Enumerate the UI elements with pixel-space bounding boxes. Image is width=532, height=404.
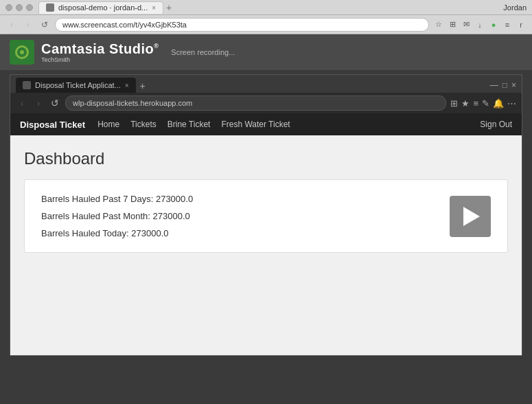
os-download-icon[interactable]: ↓ bbox=[474, 19, 485, 30]
camtasia-title: Camtasia Studio® bbox=[41, 42, 159, 56]
dashboard-stats: Barrels Hauled Past 7 Days: 273000.0 Bar… bbox=[41, 194, 422, 238]
browser-menu-icon[interactable]: ≡ bbox=[473, 98, 478, 109]
camtasia-logo bbox=[10, 40, 34, 65]
os-window-dots bbox=[5, 4, 33, 11]
os-tab-close-btn[interactable]: × bbox=[152, 4, 156, 12]
browser-more-icon[interactable]: ⋯ bbox=[507, 98, 516, 109]
browser-tab-favicon bbox=[23, 81, 31, 89]
os-url-text: www.screencast.com/t/yv4xGjbK53ta bbox=[62, 21, 187, 29]
browser-url-text: wlp-disposal-tickets.herokuapp.com bbox=[73, 99, 192, 107]
os-menu-icon[interactable]: ≡ bbox=[502, 19, 513, 30]
camtasia-subtitle: TechSmith bbox=[41, 56, 159, 63]
barrels-month-label: Barrels Hauled Past Month: bbox=[41, 211, 150, 221]
os-tab-favicon bbox=[46, 3, 54, 12]
browser-tab-close-btn[interactable]: × bbox=[125, 82, 129, 89]
os-mail-icon[interactable]: ✉ bbox=[461, 19, 472, 30]
os-dot-1 bbox=[5, 4, 12, 11]
camtasia-logo-dot bbox=[20, 50, 24, 54]
os-user-label: Jordan bbox=[503, 3, 527, 12]
play-triangle-icon bbox=[463, 207, 480, 226]
browser-bell-icon[interactable]: 🔔 bbox=[493, 98, 504, 109]
os-r-icon[interactable]: r bbox=[516, 19, 527, 30]
camtasia-text-block: Camtasia Studio® TechSmith bbox=[41, 42, 159, 63]
camtasia-recording-label: Screen recording... bbox=[171, 48, 235, 56]
browser-refresh-btn[interactable]: ↺ bbox=[49, 98, 61, 109]
play-button[interactable] bbox=[450, 196, 491, 237]
browser-forward-btn[interactable]: › bbox=[32, 98, 45, 109]
os-grid-icon[interactable]: ⊞ bbox=[447, 19, 458, 30]
barrels-month-value: 273000.0 bbox=[153, 211, 190, 221]
browser-address-bar: ‹ › ↺ wlp-disposal-tickets.herokuapp.com… bbox=[10, 93, 522, 113]
barrels-today-label: Barrels Hauled Today: bbox=[41, 228, 129, 238]
barrels-month-row: Barrels Hauled Past Month: 273000.0 bbox=[41, 211, 422, 221]
os-new-tab-btn[interactable]: + bbox=[166, 2, 172, 13]
app-brand-label: Disposal Ticket bbox=[20, 120, 85, 130]
browser-url-field[interactable]: wlp-disposal-tickets.herokuapp.com bbox=[65, 96, 446, 111]
browser-window-controls: — □ × bbox=[490, 80, 516, 93]
os-address-bar-row: ‹ › ↺ www.screencast.com/t/yv4xGjbK53ta … bbox=[0, 15, 532, 34]
barrels-today-value: 273000.0 bbox=[131, 228, 168, 238]
nav-brine-ticket[interactable]: Brine Ticket bbox=[167, 118, 211, 131]
browser-edit-icon[interactable]: ✎ bbox=[482, 98, 489, 109]
os-star-icon[interactable]: ☆ bbox=[433, 19, 444, 30]
app-navbar: Disposal Ticket Home Tickets Brine Ticke… bbox=[10, 113, 522, 135]
browser-window: Disposal Ticket Applicat... × + — □ × ‹ … bbox=[10, 74, 522, 356]
browser-grid-icon[interactable]: ⊞ bbox=[450, 98, 458, 109]
os-chrome-bar: disposal-demo · jordan-d... × + Jordan bbox=[0, 0, 532, 15]
dashboard-title: Dashboard bbox=[24, 149, 508, 168]
os-dot-2 bbox=[16, 4, 23, 11]
os-tab-label: disposal-demo · jordan-d... bbox=[58, 3, 148, 12]
camtasia-title-text: Camtasia Studio bbox=[41, 41, 154, 56]
os-camtasia-icon[interactable]: ● bbox=[488, 19, 499, 30]
os-refresh-btn[interactable]: ↺ bbox=[38, 19, 51, 31]
browser-toolbar-icons: ⊞ ★ ≡ ✎ 🔔 ⋯ bbox=[450, 98, 516, 109]
browser-new-tab-btn[interactable]: + bbox=[140, 80, 146, 91]
browser-tab-label: Disposal Ticket Applicat... bbox=[35, 81, 121, 89]
barrels-today-row: Barrels Hauled Today: 273000.0 bbox=[41, 228, 422, 238]
camtasia-bar: Camtasia Studio® TechSmith Screen record… bbox=[0, 34, 532, 70]
browser-tab[interactable]: Disposal Ticket Applicat... × bbox=[16, 78, 136, 93]
os-forward-btn[interactable]: › bbox=[22, 19, 34, 31]
app-content: Dashboard Barrels Hauled Past 7 Days: 27… bbox=[10, 135, 522, 355]
os-browser-tab[interactable]: disposal-demo · jordan-d... × bbox=[38, 1, 163, 14]
nav-home[interactable]: Home bbox=[97, 118, 119, 131]
browser-tab-bar: Disposal Ticket Applicat... × + — □ × bbox=[10, 75, 522, 93]
barrels-7days-value: 273000.0 bbox=[156, 194, 193, 204]
camtasia-logo-inner bbox=[14, 44, 30, 60]
os-dot-3 bbox=[26, 4, 33, 11]
browser-close-btn[interactable]: × bbox=[511, 80, 516, 90]
os-address-field[interactable]: www.screencast.com/t/yv4xGjbK53ta bbox=[55, 18, 429, 32]
os-toolbar-icons: ☆ ⊞ ✉ ↓ ● ≡ r bbox=[433, 19, 527, 30]
barrels-7days-row: Barrels Hauled Past 7 Days: 273000.0 bbox=[41, 194, 422, 204]
browser-star-icon[interactable]: ★ bbox=[461, 98, 470, 109]
os-back-btn[interactable]: ‹ bbox=[5, 19, 18, 31]
nav-tickets[interactable]: Tickets bbox=[130, 118, 157, 131]
browser-maximize-btn[interactable]: □ bbox=[502, 80, 507, 90]
nav-fresh-water-ticket[interactable]: Fresh Water Ticket bbox=[221, 118, 290, 131]
browser-minimize-btn[interactable]: — bbox=[490, 80, 498, 90]
camtasia-trademark: ® bbox=[154, 43, 159, 49]
barrels-7days-label: Barrels Hauled Past 7 Days: bbox=[41, 194, 153, 204]
sign-out-btn[interactable]: Sign Out bbox=[480, 120, 512, 129]
dashboard-card: Barrels Hauled Past 7 Days: 273000.0 Bar… bbox=[24, 179, 508, 253]
browser-back-btn[interactable]: ‹ bbox=[16, 98, 28, 109]
